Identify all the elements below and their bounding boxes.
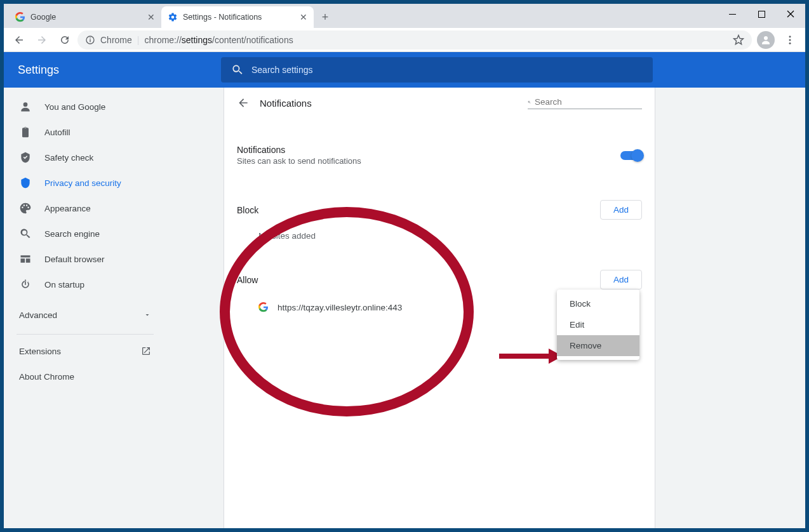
svg-point-9: [789, 39, 791, 41]
chevron-down-icon: [144, 311, 151, 319]
sidebar-item-label: Privacy and security: [44, 178, 121, 188]
settings-search-input[interactable]: [251, 65, 643, 75]
notifications-sub: Sites can ask to send notifications: [237, 156, 361, 166]
sidebar-item-label: Search engine: [44, 229, 100, 239]
allow-section-label: Allow: [237, 275, 258, 285]
page-search[interactable]: [528, 97, 642, 109]
site-context-menu: Block Edit Remove: [557, 289, 639, 360]
svg-rect-5: [90, 39, 90, 42]
svg-rect-6: [90, 37, 90, 38]
notifications-toggle[interactable]: [620, 151, 642, 160]
settings-search[interactable]: [221, 57, 653, 83]
extensions-label: Extensions: [19, 347, 61, 356]
search-icon: [19, 227, 32, 240]
advanced-label: Advanced: [19, 310, 57, 320]
bookmark-star-icon[interactable]: [733, 34, 744, 46]
sidebar-separator: [17, 334, 154, 335]
sidebar-item-appearance[interactable]: Appearance: [4, 196, 159, 221]
new-tab-button[interactable]: +: [316, 8, 334, 26]
svg-point-7: [764, 36, 768, 40]
sidebar-item-label: On startup: [44, 280, 84, 289]
sidebar-about[interactable]: About Chrome: [4, 364, 166, 389]
sidebar-item-privacy[interactable]: Privacy and security: [4, 170, 159, 196]
gear-icon: [168, 12, 178, 22]
svg-rect-1: [758, 11, 765, 17]
clipboard-icon: [19, 126, 32, 138]
tab-settings[interactable]: Settings - Notifications ✕: [161, 6, 314, 28]
search-icon: [528, 97, 531, 107]
google-favicon-icon: [258, 302, 269, 312]
shield-icon: [19, 176, 32, 189]
chrome-menu-button[interactable]: [780, 30, 800, 50]
settings-sidebar: You and Google Autofill Safety check Pri…: [4, 88, 166, 528]
person-icon: [19, 100, 32, 113]
maximize-button[interactable]: [747, 4, 776, 24]
power-icon: [19, 278, 32, 291]
sidebar-item-label: Autofill: [44, 128, 70, 137]
sidebar-item-label: You and Google: [44, 102, 105, 112]
svg-point-10: [789, 42, 791, 44]
open-external-icon: [141, 346, 151, 356]
sidebar-item-autofill[interactable]: Autofill: [4, 119, 159, 145]
omnibox-url: chrome://settings/content/notifications: [144, 35, 293, 45]
tab-strip: Google ✕ Settings - Notifications ✕ +: [4, 4, 805, 28]
page-title: Notifications: [260, 98, 518, 109]
sidebar-item-label: Safety check: [44, 153, 93, 163]
site-info-icon[interactable]: [85, 35, 95, 45]
settings-content: Notifications Notifications Sites can as…: [224, 88, 655, 528]
svg-point-8: [789, 36, 791, 37]
sidebar-extensions[interactable]: Extensions: [4, 338, 166, 364]
sidebar-item-default-browser[interactable]: Default browser: [4, 246, 159, 272]
block-section-label: Block: [237, 205, 258, 215]
shield-check-icon: [19, 151, 32, 164]
context-remove[interactable]: Remove: [557, 335, 639, 356]
profile-avatar[interactable]: [757, 31, 775, 49]
google-favicon-icon: [15, 12, 25, 22]
sidebar-item-search-engine[interactable]: Search engine: [4, 221, 159, 246]
palette-icon: [19, 202, 32, 215]
browser-icon: [19, 253, 32, 265]
block-empty-text: No sites added: [237, 226, 642, 246]
forward-button[interactable]: [32, 30, 52, 50]
search-icon: [231, 63, 244, 76]
content-gutter: [655, 88, 805, 528]
about-label: About Chrome: [19, 372, 74, 382]
context-edit[interactable]: Edit: [557, 314, 639, 335]
tab-title: Settings - Notifications: [183, 13, 295, 22]
back-button[interactable]: [9, 30, 29, 50]
tab-google[interactable]: Google ✕: [9, 6, 161, 28]
context-block[interactable]: Block: [557, 293, 639, 314]
omnibox-prefix: Chrome: [100, 35, 132, 45]
sidebar-item-label: Appearance: [44, 204, 91, 213]
sidebar-advanced-toggle[interactable]: Advanced: [4, 302, 166, 328]
close-icon[interactable]: ✕: [147, 12, 155, 22]
svg-point-11: [23, 102, 28, 107]
tab-title: Google: [30, 13, 142, 22]
page-back-button[interactable]: [237, 96, 250, 109]
address-bar: Chrome | chrome://settings/content/notif…: [4, 28, 805, 52]
omnibox[interactable]: Chrome | chrome://settings/content/notif…: [77, 30, 752, 50]
page-search-input[interactable]: [535, 97, 642, 107]
settings-header: Settings: [4, 52, 805, 88]
allow-site-url: https://tqzay.villesleytr.online:443: [277, 303, 402, 312]
allow-add-button[interactable]: Add: [600, 270, 642, 289]
close-icon[interactable]: ✕: [300, 12, 307, 22]
minimize-button[interactable]: [718, 4, 747, 24]
sidebar-item-on-startup[interactable]: On startup: [4, 272, 159, 297]
notifications-label: Notifications: [237, 145, 361, 155]
settings-app-title: Settings: [18, 63, 208, 77]
sidebar-item-label: Default browser: [44, 255, 105, 264]
sidebar-item-safety-check[interactable]: Safety check: [4, 145, 159, 170]
block-add-button[interactable]: Add: [600, 200, 642, 220]
reload-button[interactable]: [55, 30, 75, 50]
sidebar-item-you-and-google[interactable]: You and Google: [4, 94, 159, 119]
close-window-button[interactable]: [776, 4, 805, 24]
